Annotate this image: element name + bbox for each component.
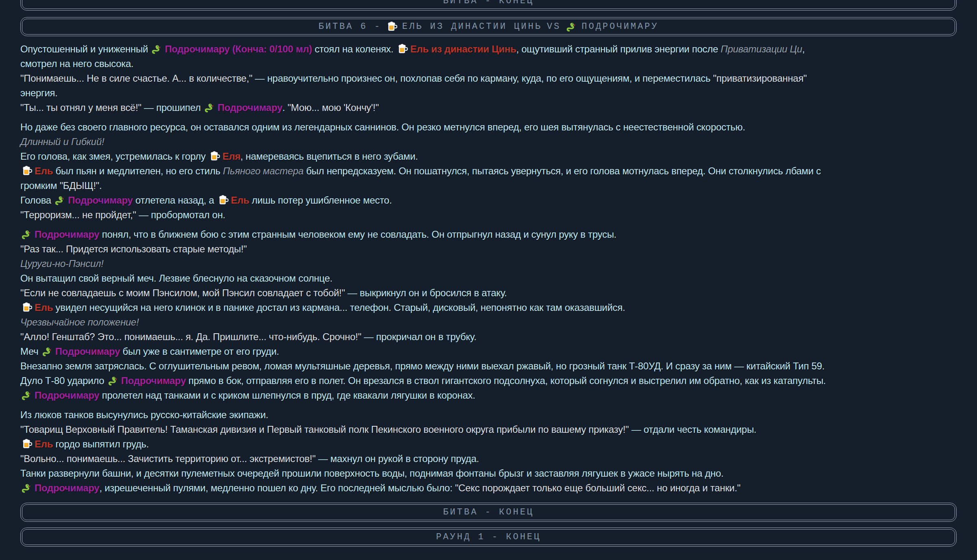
- technique-name: Пьяного мастера: [223, 165, 303, 176]
- previous-battle-end-banner: БИТВА - КОНЕЦ: [20, 0, 957, 11]
- narration-text: Но даже без своего главного ресурса, он …: [20, 122, 745, 132]
- technique-name: Чрезвычайное положение!: [20, 317, 139, 328]
- dialogue-text: "Раз так... Придется использовать старые…: [20, 243, 247, 254]
- fighter2-name: Подрочимару: [68, 195, 133, 206]
- beer-icon: [21, 438, 32, 449]
- fighter1-name: Ель: [231, 195, 249, 206]
- previous-battle-end-label: БИТВА - КОНЕЦ: [443, 0, 534, 6]
- narration-text: пролетел над танками и с криком шлепнулс…: [99, 390, 475, 401]
- narration-text: Дуло Т-80 ударило: [20, 375, 107, 386]
- banner-inner: РАУНД 1 - КОНЕЦ: [22, 529, 955, 545]
- snake-icon: [566, 21, 577, 32]
- fighter1-name: Ель из династии Цинь: [410, 43, 516, 54]
- fighter2-name: Подрочимару: [218, 102, 282, 113]
- beer-icon: [209, 151, 220, 162]
- fighter1-name: Ель: [35, 302, 53, 313]
- technique-name: Длинный и Гибкий!: [20, 136, 104, 147]
- narration-text: гордо выпятил грудь.: [53, 438, 149, 449]
- snake-icon: [204, 102, 215, 113]
- battle-end-banner: БИТВА - КОНЕЦ: [20, 503, 957, 522]
- round-end-banner: РАУНД 1 - КОНЕЦ: [20, 527, 957, 547]
- narration-text: , ощутивший странный прилив энергии посл…: [516, 43, 721, 54]
- fighter1-name: Ель: [35, 165, 53, 176]
- dialogue-text: "приватизированная": [713, 73, 807, 84]
- banner-inner: БИТВА 6 - ЕЛЬ ИЗ ДИНАСТИИ ЦИНЬ VS ПОДРОЧ…: [22, 19, 955, 35]
- narration-text: — выкрикнул он и бросился в атаку.: [345, 287, 507, 298]
- fighter1-name: Ель: [35, 438, 53, 449]
- narration-text: — махнул он рукой в сторону пруда.: [316, 453, 479, 464]
- narration-text: , намереваясь вцепиться в него зубами.: [240, 151, 418, 162]
- narration-text: .: [282, 102, 287, 113]
- fighter2-name: Подрочимару (Конча: 0/100 мл): [165, 43, 312, 54]
- narration-text: Меч: [20, 346, 41, 357]
- battle-log-page: БИТВА - КОНЕЦ БИТВА 6 - ЕЛЬ ИЗ ДИНАСТИИ …: [0, 0, 977, 547]
- dialogue-text: "Понимаешь... Не в силе счастье. А... в …: [20, 73, 252, 84]
- narration-text: Голова: [20, 195, 54, 206]
- fighter1-title: ЕЛЬ ИЗ ДИНАСТИИ ЦИНЬ: [402, 22, 542, 32]
- snake-icon: [21, 482, 32, 493]
- dialogue-text: "Если не совладаешь с моим Пэнсилом, мой…: [20, 287, 345, 298]
- narration-text: , изрешеченный пулями, медленно пошел ко…: [99, 482, 455, 493]
- story-paragraph: Подрочимару понял, что в ближнем бою с э…: [20, 227, 957, 403]
- narration-text: смотрел на него свысока.: [20, 58, 133, 69]
- fighter2-name: Подрочимару: [121, 375, 186, 386]
- narration-text: был непредсказуем. Он пошатнулся, пытаяс…: [304, 165, 821, 176]
- narration-text: увидел несущийся на него клинок и в пани…: [53, 302, 625, 313]
- narration-text: Его голова, как змея, устремилась к горл…: [20, 151, 208, 162]
- banner-inner: БИТВА - КОНЕЦ: [22, 0, 955, 9]
- beer-icon: [397, 43, 408, 54]
- narration-text: Танки развернули башни, и десятки пулеме…: [20, 468, 724, 479]
- dialogue-text: "Секс порождает только еще больший секс.…: [455, 482, 740, 493]
- narration-text: ,: [802, 43, 805, 54]
- beer-icon: [218, 195, 228, 206]
- narration-text: лишь потер ушибленное место.: [249, 195, 392, 206]
- narration-text: отлетела назад, а: [133, 195, 217, 206]
- narration-text: Из люков танков высунулись русско-китайс…: [20, 409, 268, 420]
- narration-text: — пробормотал он.: [136, 209, 225, 220]
- fighter1-name: Еля: [222, 151, 240, 162]
- technique-name: Цуруги-но-Пэнсил!: [20, 258, 104, 269]
- fighter2-name: Подрочимару: [55, 346, 120, 357]
- snake-icon: [108, 375, 119, 386]
- snake-icon: [151, 43, 162, 54]
- narration-text: стоял на коленях.: [312, 43, 396, 54]
- narration-text: Опустошенный и униженный: [20, 43, 150, 54]
- narration-text: энергия.: [20, 87, 58, 98]
- narration-text: — прокричал он в трубку.: [361, 331, 477, 342]
- technique-name: Приватизации Ци: [721, 43, 802, 54]
- story-paragraph: Опустошенный и униженный Подрочимару (Ко…: [20, 42, 957, 115]
- beer-icon: [386, 21, 397, 32]
- battle-story: Опустошенный и униженный Подрочимару (Ко…: [20, 36, 957, 503]
- battle-end-label: БИТВА - КОНЕЦ: [443, 507, 534, 517]
- snake-icon: [42, 346, 53, 357]
- battle-title-prefix: БИТВА 6 -: [318, 22, 381, 32]
- narration-text: был пьян и медлителен, но его стиль: [53, 165, 223, 176]
- fighter2-name: Подрочимару: [35, 229, 99, 240]
- dialogue-text: "Товарищ Верховный Правитель! Таманская …: [20, 424, 629, 435]
- fighter2-name: Подрочимару: [35, 482, 99, 493]
- beer-icon: [21, 165, 32, 176]
- narration-text: был уже в сантиметре от его груди.: [120, 346, 279, 357]
- narration-text: — отдали честь командиры.: [629, 424, 757, 435]
- snake-icon: [54, 195, 65, 206]
- snake-icon: [21, 390, 32, 401]
- dialogue-text: "Ты... ты отнял у меня всё!": [20, 102, 141, 113]
- battle-title-banner: БИТВА 6 - ЕЛЬ ИЗ ДИНАСТИИ ЦИНЬ VS ПОДРОЧ…: [20, 17, 957, 36]
- dialogue-text: "Мою... мою 'Кончу'!": [287, 102, 379, 113]
- dialogue-text: "Алло! Генштаб? Это... понимаешь... я. Д…: [20, 331, 361, 342]
- story-paragraph: Из люков танков высунулись русско-китайс…: [20, 408, 957, 495]
- narration-text: прямо в бок, отправляя его в полет. Он в…: [186, 375, 826, 386]
- banner-inner: БИТВА - КОНЕЦ: [22, 504, 955, 520]
- narration-text: — нравоучительно произнес он, похлопав с…: [252, 73, 713, 84]
- narration-text: — прошипел: [141, 102, 203, 113]
- fighter2-name: Подрочимару: [35, 390, 99, 401]
- dialogue-text: "БДЫЩ!": [60, 180, 99, 191]
- narration-text: Он вытащил свой верный меч. Лезвие блесн…: [20, 273, 333, 284]
- narration-text: громким: [20, 180, 60, 191]
- dialogue-text: "Вольно... понимаешь... Зачистить террит…: [20, 453, 316, 464]
- narration-text: .: [99, 180, 102, 191]
- fighter2-title: ПОДРОЧИМАРУ: [582, 22, 659, 32]
- dialogue-text: "Терроризм... не пройдет,": [20, 209, 136, 220]
- narration-text: понял, что в ближнем бою с этим странным…: [99, 229, 616, 240]
- narration-text: Внезапно земля затряслась. С оглушительн…: [20, 360, 825, 371]
